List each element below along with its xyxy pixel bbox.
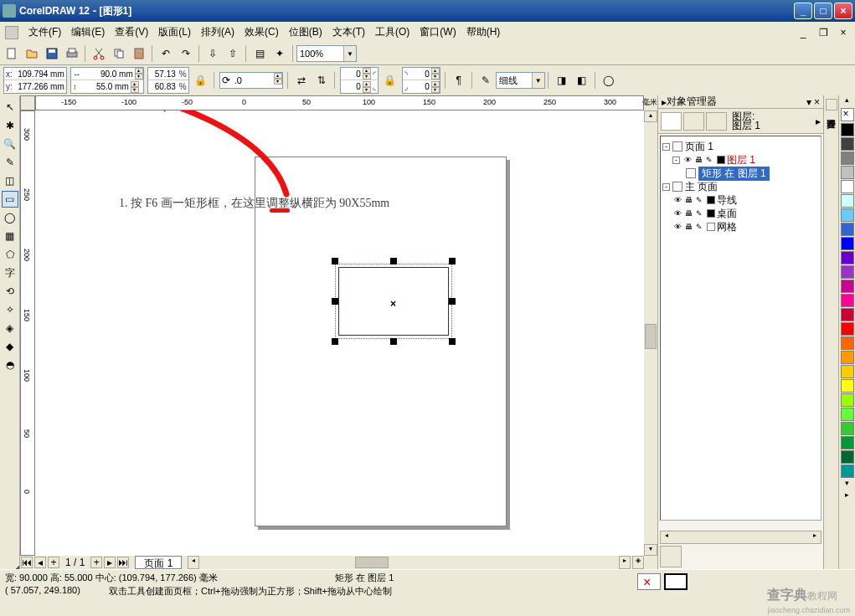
mdi-icon[interactable] (5, 26, 18, 39)
color-swatch[interactable] (841, 237, 854, 250)
undo-button[interactable]: ↶ (157, 44, 175, 63)
palette-flyout[interactable]: ▸ (845, 490, 849, 502)
to-back-button[interactable]: ◧ (573, 71, 591, 90)
eye-icon[interactable]: 👁 (672, 195, 682, 205)
new-layer-button[interactable] (660, 546, 682, 567)
scrollbar-vertical[interactable]: ▴ ▾ (644, 110, 657, 556)
palette-up[interactable]: ▴ (845, 95, 849, 107)
maximize-button[interactable]: □ (814, 3, 832, 19)
rotation-combo[interactable]: ⟳ ▴▾ (219, 72, 283, 89)
menu-tools[interactable]: 工具(O) (370, 23, 415, 41)
fill-swatch[interactable]: × (637, 573, 661, 590)
titlebar[interactable]: CorelDRAW 12 - [图形1] _ □ × (0, 0, 855, 22)
menu-window[interactable]: 窗口(W) (415, 23, 461, 41)
zoom-input[interactable] (297, 46, 343, 61)
eyedropper-tool[interactable]: ✧ (2, 301, 18, 318)
print-icon[interactable]: 🖶 (683, 208, 693, 218)
shape-tool[interactable]: ✱ (2, 117, 18, 134)
lock-ratio-button[interactable]: 🔒 (192, 71, 210, 90)
outline-tool[interactable]: ◈ (2, 320, 18, 336)
x-input[interactable] (14, 68, 66, 80)
cut-button[interactable] (90, 44, 108, 63)
tree-rect[interactable]: 矩形 在 图层 1 (698, 167, 770, 181)
app-launcher-button[interactable]: ▤ (250, 44, 269, 63)
handle-bl[interactable] (332, 338, 338, 345)
ruler-origin[interactable] (20, 95, 35, 110)
scale-x-input[interactable] (148, 68, 178, 80)
color-swatch[interactable] (841, 194, 854, 208)
docker-tab-icon[interactable] (826, 99, 837, 110)
color-swatch[interactable] (841, 322, 854, 336)
color-swatch[interactable] (841, 265, 854, 279)
print-icon[interactable]: 🖶 (693, 155, 703, 165)
interactive-fill-tool[interactable]: ◓ (2, 357, 18, 373)
page-last[interactable]: ⏭ (117, 557, 129, 568)
page-add-before[interactable]: + (48, 557, 59, 568)
tree-toggle[interactable]: - (662, 183, 670, 191)
docker-menu-icon[interactable]: ▾ (806, 96, 811, 108)
page[interactable] (255, 157, 507, 526)
color-swatch[interactable] (841, 450, 854, 464)
layer-color-icon[interactable] (707, 209, 715, 218)
menu-arrange[interactable]: 排列(A) (196, 23, 240, 41)
scale-y-input[interactable] (148, 81, 178, 93)
page-add-after[interactable]: + (90, 557, 102, 568)
tree-desktop[interactable]: 桌面 (717, 207, 737, 221)
eye-icon[interactable]: 👁 (682, 155, 693, 165)
no-fill-swatch[interactable] (841, 108, 854, 121)
menu-edit[interactable]: 编辑(E) (66, 23, 110, 41)
corner-tl-input[interactable] (341, 68, 363, 80)
pencil-icon[interactable]: ✎ (694, 208, 704, 218)
color-swatch[interactable] (841, 351, 854, 364)
tree-master[interactable]: 主 页面 (685, 180, 718, 194)
height-input[interactable] (79, 81, 131, 93)
canvas[interactable]: 1. 按 F6 画一矩形框，在这里调整纵横距为 90X55mm × (35, 110, 644, 556)
save-button[interactable] (43, 44, 61, 63)
view-tab-2[interactable] (683, 112, 704, 131)
ellipse-tool[interactable]: ◯ (2, 209, 18, 226)
mdi-minimize[interactable]: _ (794, 23, 812, 42)
rotation-input[interactable] (232, 73, 274, 88)
docker-close-icon[interactable]: × (814, 96, 820, 108)
export-button[interactable]: ⇧ (224, 44, 242, 63)
color-swatch[interactable] (841, 393, 854, 407)
color-swatch[interactable] (841, 137, 854, 151)
docker-hscroll[interactable]: ◂ ▸ (660, 531, 822, 544)
color-swatch[interactable] (841, 166, 854, 179)
ruler-horizontal[interactable]: -150-100-50050100150200250300 (35, 95, 644, 110)
tree-grid[interactable]: 网格 (717, 220, 737, 234)
tree-toggle[interactable]: - (672, 157, 680, 164)
outline-swatch[interactable] (664, 573, 688, 590)
ruler-vertical[interactable]: 300250200150100500 (20, 110, 35, 556)
layer-color-icon[interactable] (717, 156, 725, 164)
handle-tl[interactable] (332, 258, 338, 264)
scrollbar-horizontal[interactable]: ◂ ▸ ◈ (188, 556, 644, 569)
color-swatch[interactable] (841, 408, 854, 421)
color-swatch[interactable] (841, 223, 854, 236)
pencil-icon[interactable]: ✎ (704, 155, 714, 165)
page-next[interactable]: ▸ (104, 557, 116, 568)
object-tree[interactable]: -页面 1 - 👁🖶✎ 图层 1 矩形 在 图层 1 -主 页面 👁🖶✎ 导线 … (660, 136, 822, 521)
color-swatch[interactable] (841, 422, 854, 435)
corner-br-input[interactable] (409, 81, 431, 93)
menu-layout[interactable]: 版面(L) (153, 23, 196, 41)
tree-guides[interactable]: 导线 (717, 193, 737, 208)
text-tool[interactable]: 字 (2, 264, 18, 281)
text-wrap-button[interactable]: ¶ (450, 71, 468, 90)
menu-view[interactable]: 查看(V) (110, 23, 153, 41)
copy-button[interactable] (110, 44, 128, 63)
basic-shapes-tool[interactable]: ⬠ (2, 246, 18, 263)
color-swatch[interactable] (841, 294, 854, 307)
outline-width-combo[interactable]: ▼ (496, 72, 545, 89)
mirror-v-button[interactable]: ⇅ (312, 71, 331, 90)
color-swatch[interactable] (841, 365, 854, 378)
pencil-icon[interactable]: ✎ (694, 222, 704, 232)
new-button[interactable] (3, 44, 21, 63)
menu-bitmaps[interactable]: 位图(B) (284, 23, 327, 41)
smart-draw-tool[interactable]: ◫ (2, 172, 18, 189)
outline-width-input[interactable] (497, 73, 532, 88)
color-swatch[interactable] (841, 336, 854, 350)
palette-down[interactable]: ▾ (845, 479, 849, 490)
handle-tr[interactable] (449, 258, 456, 264)
color-swatch[interactable] (841, 465, 854, 478)
